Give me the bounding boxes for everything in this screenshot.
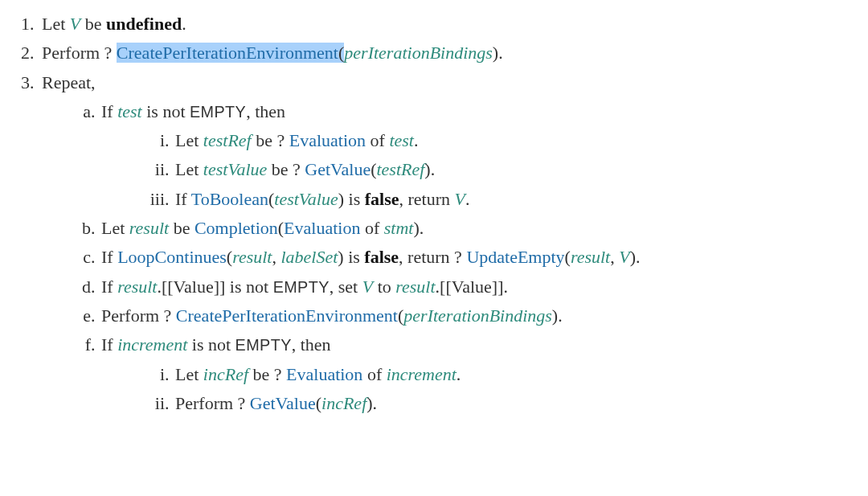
- text: Perform ?: [101, 305, 176, 326]
- var-stmt: stmt: [384, 218, 414, 238]
- step-3f: If increment is not EMPTY, then Let incR…: [100, 330, 852, 418]
- var-V: V: [70, 14, 80, 34]
- arg-V: V: [619, 247, 629, 267]
- text: Repeat,: [42, 72, 96, 92]
- text: be ?: [252, 130, 289, 150]
- arg-testValue: testValue: [274, 189, 338, 209]
- var-incRef: incRef: [203, 364, 248, 384]
- arg-perIterationBindings: perIterationBindings: [344, 43, 493, 63]
- op-evaluation[interactable]: Evaluation: [289, 130, 366, 150]
- op-loopcontinues[interactable]: LoopContinues: [117, 247, 227, 267]
- lparen: (: [278, 218, 284, 238]
- step-3c: If LoopContinues(result, labelSet) is fa…: [100, 243, 852, 272]
- algorithm-steps: Let V be undefined. Perform ? CreatePerI…: [16, 10, 852, 418]
- text: is not: [142, 101, 190, 121]
- text: ) is: [338, 189, 365, 209]
- text: Perform ?: [42, 43, 117, 63]
- lparen: (: [316, 393, 321, 413]
- step-3a-i: Let testRef be ? Evaluation of test.: [174, 126, 852, 155]
- text: Let: [175, 364, 203, 384]
- text: Let: [175, 159, 203, 179]
- text: , return ?: [399, 247, 466, 267]
- text: Let: [101, 218, 129, 238]
- text: If: [101, 101, 117, 121]
- rparen: ).: [413, 218, 424, 238]
- var-testRef: testRef: [203, 130, 252, 150]
- empty-const: EMPTY: [235, 336, 292, 354]
- text: of: [362, 364, 386, 384]
- op-updateempty[interactable]: UpdateEmpty: [466, 247, 564, 267]
- text: If: [101, 277, 117, 297]
- text: , then: [292, 334, 331, 355]
- var-V: V: [362, 277, 373, 297]
- step-3: Repeat, If test is not EMPTY, then Let t…: [39, 68, 852, 419]
- op-evaluation[interactable]: Evaluation: [284, 218, 360, 238]
- text: , then: [246, 101, 285, 121]
- empty-const: EMPTY: [273, 278, 330, 296]
- rparen: ).: [552, 305, 563, 326]
- step-3a-iii: If ToBoolean(testValue) is false, return…: [174, 185, 852, 214]
- undefined-keyword: undefined: [106, 14, 182, 34]
- op-toboolean[interactable]: ToBoolean: [191, 189, 268, 209]
- var-result: result: [129, 218, 169, 238]
- arg-perIterationBindings: perIterationBindings: [403, 305, 552, 326]
- var-increment: increment: [117, 334, 187, 355]
- arg-incRef: incRef: [321, 393, 366, 413]
- substeps-3f: Let incRef be ? Evaluation of increment.…: [101, 360, 852, 419]
- op-evaluation[interactable]: Evaluation: [286, 364, 362, 384]
- step-3b: Let result be Completion(Evaluation of s…: [100, 214, 852, 243]
- var-test: test: [389, 130, 414, 150]
- step-3f-ii: Perform ? GetValue(incRef).: [174, 389, 852, 418]
- var-V: V: [455, 189, 465, 209]
- text: .[[Value]] is not: [157, 277, 272, 297]
- text: be ?: [267, 159, 305, 179]
- dot: .: [182, 14, 186, 34]
- text: to: [373, 277, 395, 297]
- text: Perform ?: [175, 393, 250, 413]
- comma: ,: [610, 247, 619, 267]
- false-keyword: false: [365, 189, 399, 209]
- step-1: Let V be undefined.: [39, 10, 852, 39]
- text: Let: [42, 14, 70, 34]
- false-keyword: false: [364, 247, 399, 267]
- rparen: ).: [366, 393, 377, 413]
- text: be: [80, 14, 106, 34]
- var-increment: increment: [387, 364, 457, 384]
- op-completion[interactable]: Completion: [194, 218, 278, 238]
- text: If: [175, 189, 191, 209]
- substeps-3: If test is not EMPTY, then Let testRef b…: [42, 97, 852, 418]
- text: , set: [330, 277, 362, 297]
- text: be: [169, 218, 194, 238]
- text: ) is: [338, 247, 364, 267]
- step-3f-i: Let incRef be ? Evaluation of increment.: [174, 360, 852, 389]
- op-getvalue[interactable]: GetValue: [305, 159, 371, 179]
- arg-result: result: [571, 247, 610, 267]
- dot: .: [414, 130, 419, 150]
- arg-labelSet: labelSet: [280, 247, 338, 267]
- empty-const: EMPTY: [190, 103, 246, 121]
- text: Let: [175, 130, 203, 150]
- dot: .: [457, 364, 461, 384]
- text: of: [366, 130, 389, 150]
- var-test: test: [117, 101, 142, 121]
- text: of: [360, 218, 383, 238]
- rparen: ).: [493, 43, 503, 63]
- op-create-per-iteration-env[interactable]: CreatePerIterationEnvironment: [176, 305, 398, 326]
- text: .[[Value]].: [436, 277, 508, 297]
- dot: .: [465, 189, 470, 209]
- arg-result: result: [232, 247, 272, 267]
- rparen: ).: [630, 247, 641, 267]
- text: is not: [187, 334, 235, 355]
- step-3a: If test is not EMPTY, then Let testRef b…: [100, 97, 852, 214]
- var-result: result: [117, 277, 157, 297]
- arg-testRef: testRef: [376, 159, 424, 179]
- var-result: result: [395, 277, 435, 297]
- op-getvalue[interactable]: GetValue: [250, 393, 316, 413]
- step-3e: Perform ? CreatePerIterationEnvironment(…: [100, 301, 852, 330]
- op-create-per-iteration-env[interactable]: CreatePerIterationEnvironment: [117, 43, 338, 63]
- var-testValue: testValue: [203, 159, 267, 179]
- comma: ,: [272, 247, 280, 267]
- step-3d: If result.[[Value]] is not EMPTY, set V …: [100, 273, 852, 301]
- substeps-3a: Let testRef be ? Evaluation of test. Let…: [101, 126, 852, 214]
- lparen: (: [565, 247, 571, 267]
